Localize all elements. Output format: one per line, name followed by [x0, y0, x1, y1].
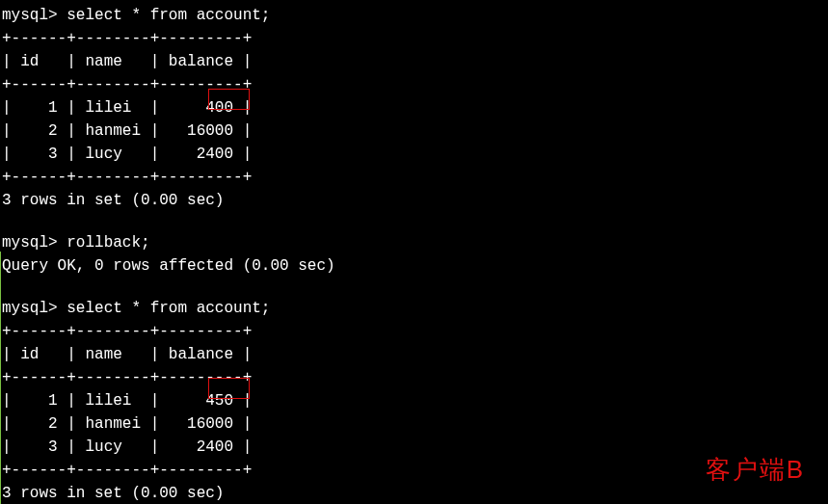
- cell-name: hanmei: [85, 122, 141, 140]
- prompt-line-2[interactable]: mysql> rollback;: [2, 231, 826, 254]
- table-row: | 3 | lucy | 2400 |: [2, 436, 826, 459]
- sql-query-1: select * from account;: [67, 7, 270, 24]
- cell-name: lilei: [85, 99, 131, 117]
- col-name: name: [85, 346, 121, 363]
- blank-line: [2, 278, 826, 297]
- cell-balance: 16000: [187, 122, 233, 140]
- table-header-row: | id | name | balance |: [2, 343, 826, 366]
- col-balance: balance: [169, 346, 233, 363]
- cell-balance: 400: [205, 99, 233, 117]
- blank-line: [2, 212, 826, 231]
- cell-name: lucy: [85, 438, 121, 456]
- table-border: +------+--------+---------+: [2, 320, 826, 343]
- col-name: name: [85, 53, 121, 70]
- table-border: +------+--------+---------+: [2, 366, 826, 389]
- col-balance: balance: [169, 53, 233, 70]
- rows-in-set: 3 rows in set (0.00 sec): [2, 482, 826, 504]
- mysql-prompt: mysql>: [2, 300, 58, 317]
- table-border: +------+--------+---------+: [2, 459, 826, 482]
- table-border: +------+--------+---------+: [2, 166, 826, 189]
- cell-id: 1: [48, 99, 58, 117]
- query-ok: Query OK, 0 rows affected (0.00 sec): [2, 254, 826, 278]
- cell-id: 3: [48, 146, 58, 163]
- table-border: +------+--------+---------+: [2, 27, 826, 50]
- prompt-line-1[interactable]: mysql> select * from account;: [2, 4, 826, 27]
- table-row: | 2 | hanmei | 16000 |: [2, 412, 826, 436]
- col-id: id: [20, 53, 39, 70]
- prompt-line-3[interactable]: mysql> select * from account;: [2, 297, 826, 320]
- client-label: 客户端B: [706, 451, 805, 489]
- cell-id: 1: [48, 392, 58, 410]
- rows-in-set: 3 rows in set (0.00 sec): [2, 189, 826, 212]
- sql-query-3: select * from account;: [67, 300, 270, 317]
- table-border: +------+--------+---------+: [2, 73, 826, 96]
- sql-query-2: rollback;: [67, 234, 149, 252]
- mysql-prompt: mysql>: [2, 234, 58, 252]
- left-accent-bar: [0, 0, 1, 504]
- cell-id: 3: [48, 438, 58, 456]
- cell-name: hanmei: [85, 415, 141, 433]
- table-row: | 1 | lilei | 400 |: [2, 96, 826, 119]
- table-row: | 2 | hanmei | 16000 |: [2, 119, 826, 143]
- cell-name: lilei: [85, 392, 131, 410]
- table-row: | 3 | lucy | 2400 |: [2, 143, 826, 166]
- cell-id: 2: [48, 415, 58, 433]
- mysql-prompt: mysql>: [2, 7, 58, 24]
- cell-id: 2: [48, 122, 58, 140]
- cell-balance: 450: [205, 392, 233, 410]
- table-row: | 1 | lilei | 450 |: [2, 389, 826, 412]
- cell-name: lucy: [85, 146, 121, 163]
- cell-balance: 16000: [187, 415, 233, 433]
- col-id: id: [20, 346, 39, 363]
- cell-balance: 2400: [197, 146, 233, 163]
- table-header-row: | id | name | balance |: [2, 50, 826, 73]
- cell-balance: 2400: [197, 438, 233, 456]
